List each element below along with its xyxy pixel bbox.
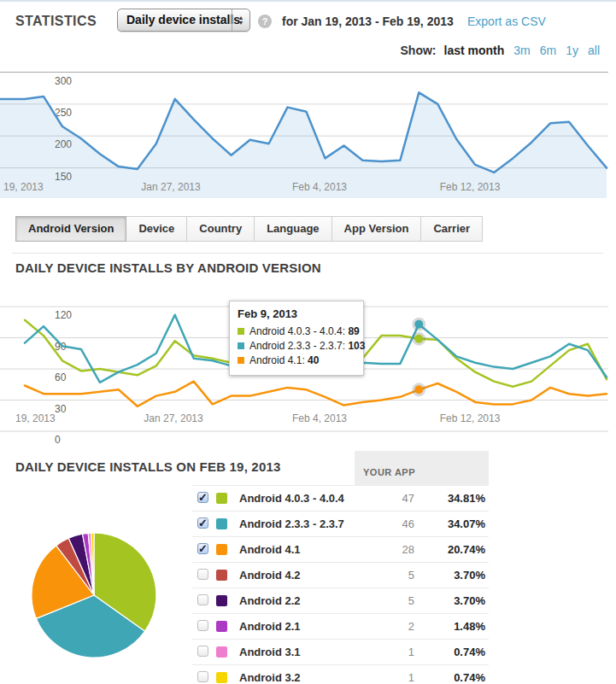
series-color-icon [238,328,244,335]
version-label: Android 4.1 [239,537,301,562]
install-count: 2 [363,614,414,639]
table-row: Android 4.253.70% [192,562,489,588]
statistics-page: STATISTICS Daily device installs ▲ ▼ ? f… [0,0,616,684]
show-range-link[interactable]: all [588,44,600,57]
version-label: Android 4.0.3 - 4.0.4 [239,486,344,511]
table-row: Android 2.253.70% [192,588,489,613]
svg-text:Jan 27, 2013: Jan 27, 2013 [144,412,203,424]
table-row: ✓Android 4.12820.74% [192,536,489,562]
install-count: 47 [363,486,414,511]
show-bar: Show: last month 3m6m1yall [401,44,601,57]
row-checkbox[interactable] [197,594,208,605]
tab-app-version[interactable]: App Version [331,216,422,242]
svg-text:Feb 12, 2013: Feb 12, 2013 [440,412,501,424]
svg-text:19, 2013: 19, 2013 [15,412,56,424]
tooltip-series-value: 40 [308,354,319,366]
install-count: 46 [363,512,414,536]
version-label: Android 2.1 [239,614,301,639]
install-count: 1 [363,640,414,664]
row-checkbox[interactable] [197,671,208,682]
svg-text:19, 2013: 19, 2013 [3,181,44,193]
version-table: ✓Android 4.0.3 - 4.0.44734.81%✓Android 2… [192,485,489,684]
install-percent: 3.70% [417,588,485,613]
series-color-icon [238,357,244,364]
tooltip-series-value: 103 [348,340,365,352]
install-percent: 3.70% [417,563,485,588]
version-pie-chart[interactable] [26,527,162,664]
chevron-down-icon: ▼ [238,20,244,26]
table-row: Android 2.121.48% [192,613,489,639]
version-label: Android 3.1 [239,640,301,664]
show-label: Show: [401,44,437,57]
version-color-swatch [216,518,227,529]
svg-text:0: 0 [55,434,61,446]
row-checkbox[interactable]: ✓ [197,543,208,554]
table-row: ✓Android 2.3.3 - 2.3.74634.07% [192,511,489,536]
row-checkbox[interactable]: ✓ [197,492,208,503]
install-count: 5 [363,563,414,588]
tooltip-series-row: Android 4.1: 40 [238,354,355,368]
tooltip-series-row: Android 4.0.3 - 4.0.4: 89 [238,324,355,339]
version-label: Android 2.3.3 - 2.3.7 [239,512,344,536]
tab-device[interactable]: Device [126,216,187,242]
install-percent: 0.74% [417,640,485,664]
version-label: Android 4.2 [239,563,301,588]
page-title: STATISTICS [15,14,97,29]
total-installs-chart[interactable]: 30025020015019, 2013Jan 27, 2013Feb 4, 2… [0,72,616,200]
metric-dropdown[interactable]: Daily device installs ▲ ▼ [117,9,250,32]
svg-text:120: 120 [55,309,72,321]
your-app-column-header: YOUR APP [355,451,489,485]
show-range-link[interactable]: 3m [513,44,530,57]
svg-text:30: 30 [55,403,67,415]
tooltip-series-row: Android 2.3.3 - 2.3.7: 103 [238,339,355,354]
version-color-swatch [216,595,227,606]
row-checkbox[interactable]: ✓ [197,517,208,529]
svg-text:Feb 12, 2013: Feb 12, 2013 [440,181,501,193]
tab-language[interactable]: Language [254,216,331,242]
export-csv-link[interactable]: Export as CSV [467,15,546,28]
tooltip-date: Feb 9, 2013 [238,307,355,320]
section-divider [12,253,603,254]
table-row: Android 3.210.74% [192,664,489,684]
install-percent: 34.07% [417,512,485,536]
on-date-heading: DAILY DEVICE INSTALLS ON FEB 19, 2013 [15,459,281,474]
install-count: 5 [363,588,414,613]
date-range: for Jan 19, 2013 - Feb 19, 2013 [282,15,454,28]
install-count: 1 [363,665,414,684]
tooltip-series-value: 89 [348,325,359,337]
tab-country[interactable]: Country [186,216,255,242]
tab-android-version[interactable]: Android Version [15,216,126,242]
dimension-tabs: Android VersionDeviceCountryLanguageApp … [15,216,483,242]
version-color-swatch [216,646,227,658]
svg-text:Feb 4, 2013: Feb 4, 2013 [292,412,347,424]
row-checkbox[interactable] [197,620,208,631]
help-icon[interactable]: ? [258,15,272,28]
install-percent: 1.48% [417,614,485,639]
svg-text:60: 60 [55,371,67,383]
version-color-swatch [216,493,227,504]
by-version-heading: DAILY DEVICE INSTALLS BY ANDROID VERSION [15,260,321,275]
install-count: 28 [363,537,414,562]
row-checkbox[interactable] [197,569,208,580]
svg-text:Feb 4, 2013: Feb 4, 2013 [292,181,347,193]
table-row: ✓Android 4.0.3 - 4.0.44734.81% [192,485,489,511]
version-color-swatch [216,570,227,581]
install-percent: 20.74% [417,537,485,562]
svg-text:Jan 27, 2013: Jan 27, 2013 [141,181,201,193]
table-row: Android 3.110.74% [192,639,489,664]
series-color-icon [238,342,244,349]
row-checkbox[interactable] [197,646,208,657]
chart-tooltip: Feb 9, 2013 Android 4.0.3 - 4.0.4: 89And… [229,301,364,376]
show-range-link[interactable]: 6m [540,44,556,57]
version-label: Android 2.2 [239,588,301,613]
svg-text:300: 300 [55,75,72,87]
dropdown-stepper-icon: ▲ ▼ [232,9,249,31]
install-percent: 0.74% [417,665,485,684]
version-color-swatch [216,544,227,555]
version-color-swatch [216,672,227,683]
top-divider [0,0,616,2]
show-range-current[interactable]: last month [444,44,505,57]
show-range-link[interactable]: 1y [566,44,578,57]
install-percent: 34.81% [417,486,485,511]
tab-carrier[interactable]: Carrier [420,216,483,242]
